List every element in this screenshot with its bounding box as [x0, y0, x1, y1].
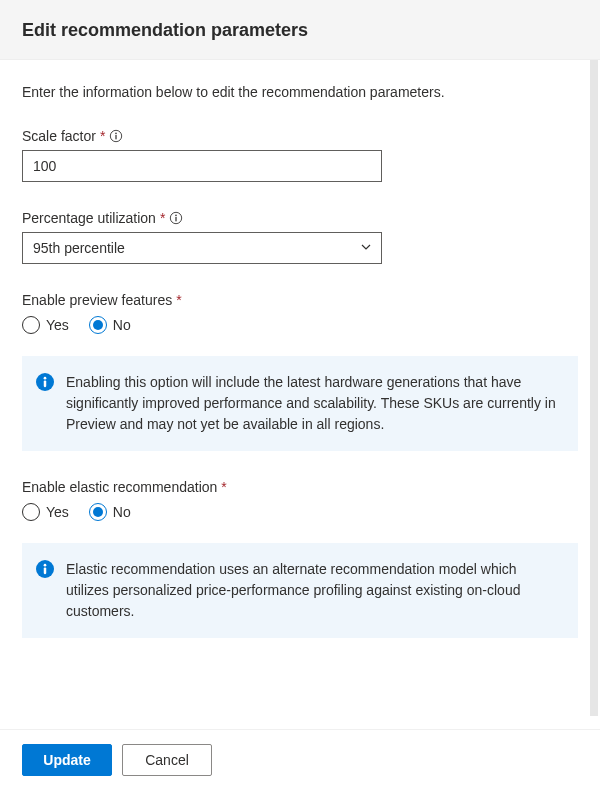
- radio-label: No: [113, 504, 131, 520]
- required-indicator: *: [221, 479, 226, 495]
- enable-preview-radio-group: Yes No: [22, 316, 578, 334]
- enable-elastic-radio-group: Yes No: [22, 503, 578, 521]
- scrollbar-track[interactable]: [590, 60, 598, 716]
- panel-header: Edit recommendation parameters: [0, 0, 600, 60]
- field-percentage-utilization: Percentage utilization * 95th percentile: [22, 210, 578, 264]
- percentage-utilization-value: 95th percentile: [22, 232, 382, 264]
- enable-elastic-label-row: Enable elastic recommendation *: [22, 479, 578, 495]
- scale-factor-label: Scale factor: [22, 128, 96, 144]
- update-button[interactable]: Update: [22, 744, 112, 776]
- field-scale-factor: Scale factor *: [22, 128, 578, 182]
- enable-elastic-label: Enable elastic recommendation: [22, 479, 217, 495]
- preview-info-text: Enabling this option will include the la…: [66, 372, 560, 435]
- info-icon: [36, 373, 54, 391]
- svg-point-4: [176, 215, 178, 217]
- radio-icon: [22, 316, 40, 334]
- radio-label: Yes: [46, 317, 69, 333]
- enable-preview-label-row: Enable preview features *: [22, 292, 578, 308]
- info-icon[interactable]: [169, 211, 183, 225]
- svg-rect-5: [176, 217, 177, 221]
- percentage-utilization-label: Percentage utilization: [22, 210, 156, 226]
- svg-rect-2: [116, 135, 117, 139]
- required-indicator: *: [176, 292, 181, 308]
- page-title: Edit recommendation parameters: [22, 20, 578, 41]
- svg-rect-8: [44, 380, 46, 387]
- form-content: Enter the information below to edit the …: [0, 60, 600, 676]
- svg-point-7: [44, 377, 47, 380]
- required-indicator: *: [100, 128, 105, 144]
- enable-elastic-yes[interactable]: Yes: [22, 503, 69, 521]
- svg-point-10: [44, 564, 47, 567]
- radio-label: No: [113, 317, 131, 333]
- enable-preview-label: Enable preview features: [22, 292, 172, 308]
- intro-text: Enter the information below to edit the …: [22, 84, 578, 100]
- enable-preview-yes[interactable]: Yes: [22, 316, 69, 334]
- preview-info-box: Enabling this option will include the la…: [22, 356, 578, 451]
- scale-factor-input[interactable]: [22, 150, 382, 182]
- scale-factor-label-row: Scale factor *: [22, 128, 578, 144]
- percentage-utilization-select[interactable]: 95th percentile: [22, 232, 382, 264]
- radio-icon: [22, 503, 40, 521]
- radio-icon: [89, 316, 107, 334]
- radio-icon: [89, 503, 107, 521]
- field-enable-elastic: Enable elastic recommendation * Yes No E…: [22, 479, 578, 638]
- info-icon: [36, 560, 54, 578]
- enable-elastic-no[interactable]: No: [89, 503, 131, 521]
- svg-point-1: [116, 133, 118, 135]
- elastic-info-box: Elastic recommendation uses an alternate…: [22, 543, 578, 638]
- svg-rect-11: [44, 567, 46, 574]
- field-enable-preview: Enable preview features * Yes No Enablin…: [22, 292, 578, 451]
- footer: Update Cancel: [0, 729, 600, 796]
- cancel-button[interactable]: Cancel: [122, 744, 212, 776]
- info-icon[interactable]: [109, 129, 123, 143]
- elastic-info-text: Elastic recommendation uses an alternate…: [66, 559, 560, 622]
- radio-label: Yes: [46, 504, 69, 520]
- required-indicator: *: [160, 210, 165, 226]
- percentage-utilization-label-row: Percentage utilization *: [22, 210, 578, 226]
- enable-preview-no[interactable]: No: [89, 316, 131, 334]
